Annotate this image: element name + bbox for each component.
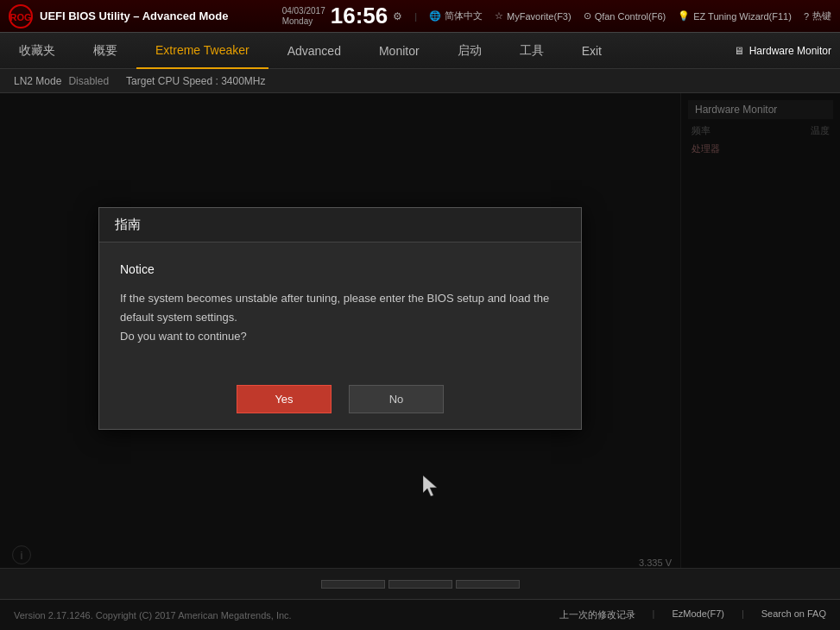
rog-logo-icon: ROG: [9, 4, 33, 28]
no-button[interactable]: No: [349, 385, 444, 413]
nav-exit[interactable]: Exit: [563, 33, 621, 69]
footer-links: 上一次的修改记录 | EzMode(F7) | Search on FAQ: [559, 608, 826, 621]
dialog-footer: Yes No: [99, 373, 581, 429]
footer: Version 2.17.1246. Copyright (C) 2017 Am…: [0, 599, 840, 630]
hotkey-label: 热键: [812, 9, 831, 22]
bottom-btn-1[interactable]: [321, 580, 385, 589]
myfavorite-icon: ☆: [495, 10, 503, 22]
nav-tools[interactable]: 工具: [501, 33, 563, 69]
bottom-bar: [0, 568, 840, 599]
bottom-btn-2[interactable]: [388, 580, 452, 589]
notice-text: If the system becomes unstable after tun…: [120, 289, 560, 346]
qfan-icon: ⊙: [584, 10, 591, 22]
nav-boot[interactable]: 启动: [439, 33, 501, 69]
ez-tuning-tool[interactable]: 💡 EZ Tuning Wizard(F11): [678, 10, 792, 22]
hotkey-icon: ?: [804, 11, 809, 22]
nav-overview[interactable]: 概要: [74, 33, 136, 69]
nav-favorites[interactable]: 收藏夹: [0, 33, 74, 69]
bios-title: UEFI BIOS Utility – Advanced Mode: [40, 9, 228, 22]
left-content-area: 指南 Notice If the system becomes unstable…: [0, 93, 840, 568]
time-area: 04/03/2017 Monday 16:56 ⚙: [282, 3, 403, 29]
monitor-icon: 🖥: [734, 45, 744, 57]
settings-icon[interactable]: ⚙: [393, 10, 402, 22]
dialog-body: Notice If the system becomes unstable af…: [99, 243, 581, 372]
time-display: 16:56: [331, 3, 388, 29]
dialog-title: 指南: [99, 208, 581, 243]
ez-tuning-icon: 💡: [678, 10, 690, 22]
copyright-text: Version 2.17.1246. Copyright (C) 2017 Am…: [14, 610, 292, 621]
header-bar: ROG UEFI BIOS Utility – Advanced Mode 04…: [0, 0, 840, 33]
myfavorite-tool[interactable]: ☆ MyFavorite(F3): [495, 10, 572, 22]
header-tools: 04/03/2017 Monday 16:56 ⚙ | 🌐 简体中文 ☆ MyF…: [282, 3, 831, 29]
ez-mode-link[interactable]: EzMode(F7): [672, 608, 724, 621]
rog-logo: ROG UEFI BIOS Utility – Advanced Mode: [9, 4, 228, 28]
hardware-monitor-label: Hardware Monitor: [749, 45, 831, 57]
qfan-label: Qfan Control(F6): [595, 11, 666, 22]
language-label: 简体中文: [445, 9, 483, 22]
last-change-link[interactable]: 上一次的修改记录: [559, 608, 635, 621]
yes-button[interactable]: Yes: [237, 385, 332, 413]
notice-dialog: 指南 Notice If the system becomes unstable…: [98, 207, 582, 429]
qfan-tool[interactable]: ⊙ Qfan Control(F6): [584, 10, 666, 22]
date-display: 04/03/2017 Monday: [282, 6, 325, 27]
search-faq-link[interactable]: Search on FAQ: [761, 608, 826, 621]
nav-extreme-tweaker[interactable]: Extreme Tweaker: [136, 33, 268, 69]
nav-advanced[interactable]: Advanced: [268, 33, 360, 69]
bottom-btn-3[interactable]: [456, 580, 520, 589]
hotkey-tool[interactable]: ? 热键: [804, 9, 831, 22]
myfavorite-label: MyFavorite(F3): [507, 11, 572, 22]
navbar: 收藏夹 概要 Extreme Tweaker Advanced Monitor …: [0, 33, 840, 69]
nav-monitor[interactable]: Monitor: [360, 33, 439, 69]
ez-tuning-label: EZ Tuning Wizard(F11): [693, 11, 792, 22]
language-tool[interactable]: 🌐 简体中文: [429, 9, 483, 22]
dialog-backdrop: 指南 Notice If the system becomes unstable…: [0, 69, 680, 568]
svg-text:ROG: ROG: [9, 12, 31, 22]
main-content: 指南 Notice If the system becomes unstable…: [0, 93, 840, 568]
language-icon: 🌐: [429, 10, 441, 22]
notice-label: Notice: [120, 260, 560, 280]
